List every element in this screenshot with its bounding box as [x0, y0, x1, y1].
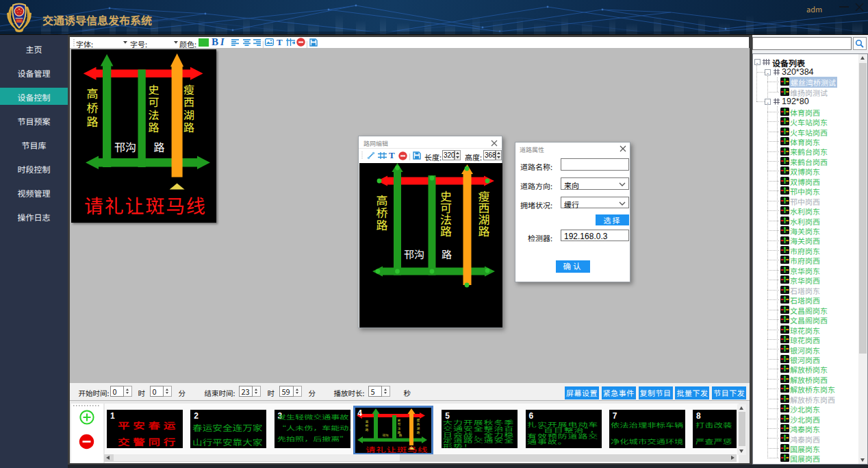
- svg-text:邗沟: 邗沟: [404, 247, 424, 261]
- svg-text:路: 路: [376, 216, 388, 233]
- svg-text:路: 路: [440, 222, 452, 239]
- svg-text:路: 路: [478, 222, 490, 239]
- svg-text:路: 路: [153, 138, 164, 155]
- svg-text:路: 路: [87, 112, 99, 130]
- svg-text:路: 路: [366, 428, 369, 432]
- svg-text:邗沟: 邗沟: [383, 433, 389, 437]
- svg-text:路: 路: [183, 119, 194, 135]
- svg-text:路: 路: [399, 433, 403, 437]
- svg-text:路: 路: [442, 247, 452, 261]
- svg-text:邗沟: 邗沟: [114, 138, 136, 155]
- svg-text:路: 路: [148, 119, 159, 135]
- svg-text:请礼让斑马线: 请礼让斑马线: [84, 191, 207, 219]
- svg-text:路: 路: [417, 430, 420, 434]
